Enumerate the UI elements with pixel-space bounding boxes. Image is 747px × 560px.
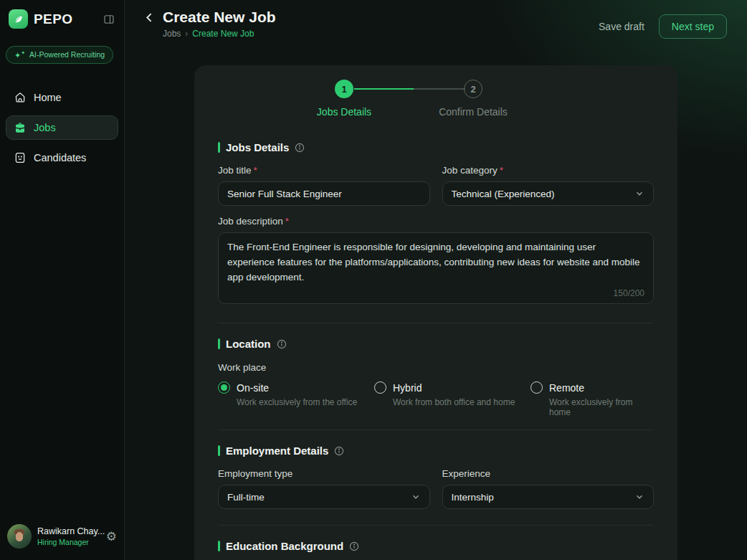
employment-type-value: Full-time	[227, 492, 265, 503]
candidates-icon	[14, 151, 27, 164]
sidebar-item-jobs[interactable]: Jobs	[6, 115, 118, 140]
job-description-label: Job description*	[218, 216, 654, 227]
section-divider	[218, 323, 654, 323]
radio-description: Work from both office and home	[393, 397, 530, 407]
section-employment-details: Employment Details	[218, 445, 654, 457]
job-title-category-row: Job title* Job category* Technical (Expe…	[218, 165, 654, 206]
step-number: 1	[335, 80, 353, 98]
section-accent-bar	[218, 445, 220, 456]
required-mark: *	[500, 165, 503, 176]
section-title: Location	[226, 338, 271, 350]
section-accent-bar	[218, 142, 220, 153]
chevron-down-icon	[634, 189, 644, 199]
required-mark: *	[254, 165, 257, 176]
step-jobs-details[interactable]: 1 Jobs Details	[294, 80, 394, 118]
radio-label: Remote	[549, 382, 584, 394]
section-education-background: Education Background	[218, 540, 654, 552]
logo-text: PEPO	[34, 11, 72, 27]
section-accent-bar	[218, 338, 220, 349]
chevron-down-icon	[411, 492, 421, 502]
avatar	[7, 524, 32, 549]
job-description-wrap: The Front-End Engineer is responsible fo…	[218, 232, 654, 304]
sidebar-nav: Home Jobs Candidates	[0, 85, 124, 170]
employment-type-select[interactable]: Full-time	[218, 485, 430, 509]
section-title: Employment Details	[226, 445, 328, 457]
pepo-logo	[9, 9, 28, 29]
step-number: 2	[464, 80, 482, 98]
radio-label: Hybrid	[393, 382, 422, 394]
user-profile[interactable]: Rawikarn Chay... Hiring Manager ⚙	[0, 516, 124, 560]
job-category-label: Job category*	[442, 165, 655, 176]
info-icon[interactable]	[277, 339, 287, 349]
employment-row: Employment type Full-time Experience Int…	[218, 468, 654, 509]
stepper-line-complete	[354, 88, 414, 90]
info-icon[interactable]	[295, 143, 305, 153]
home-icon	[14, 91, 27, 104]
radio-option-hybrid[interactable]: Hybrid Work from both office and home	[374, 381, 530, 417]
briefcase-icon	[14, 121, 27, 134]
radio-description: Work exclusively from home	[549, 397, 654, 417]
char-count: 150/200	[614, 288, 644, 298]
info-icon[interactable]	[349, 541, 359, 551]
ai-badge-label: AI-Powered Recruiting	[29, 50, 105, 59]
breadcrumb-separator: ›	[185, 29, 188, 39]
employment-type-label: Employment type	[218, 468, 430, 479]
logo-row: PEPO	[0, 0, 124, 29]
job-description-textarea[interactable]: The Front-End Engineer is responsible fo…	[219, 233, 653, 303]
ai-badge: ✦✦ AI-Powered Recruiting	[6, 46, 113, 64]
next-step-button[interactable]: Next step	[659, 14, 727, 39]
user-role: Hiring Manager	[37, 538, 100, 546]
app-window: PEPO ✦✦ AI-Powered Recruiting Home	[0, 0, 747, 560]
step-label: Confirm Details	[439, 106, 508, 118]
required-mark: *	[285, 216, 289, 227]
job-category-select[interactable]: Technical (Experienced)	[442, 181, 655, 206]
user-name: Rawikarn Chay...	[37, 526, 100, 536]
work-place-label: Work place	[218, 362, 654, 373]
user-meta: Rawikarn Chay... Hiring Manager	[37, 526, 100, 546]
chevron-down-icon	[634, 492, 644, 502]
section-title: Education Background	[226, 540, 343, 552]
gear-icon[interactable]: ⚙	[106, 531, 117, 543]
sidebar-item-label: Home	[34, 92, 62, 103]
radio-label: On-site	[237, 382, 269, 394]
job-category-value: Technical (Experienced)	[452, 189, 555, 199]
topbar: Create New Job Jobs › Create New Job Sav…	[125, 0, 747, 53]
job-description-field: Job description* The Front-End Engineer …	[218, 216, 654, 304]
leaf-icon	[13, 14, 24, 25]
stepper: 1 Jobs Details 2 Confirm Details	[218, 80, 654, 124]
experience-select[interactable]: Internship	[442, 485, 655, 509]
radio-option-remote[interactable]: Remote Work exclusively from home	[530, 381, 654, 417]
job-title-label: Job title*	[218, 165, 430, 176]
section-location: Location	[218, 338, 654, 350]
section-jobs-details: Jobs Details	[218, 141, 654, 153]
page-title: Create New Job	[163, 9, 276, 26]
topbar-actions: Save draft Next step	[599, 14, 727, 39]
sidebar-collapse-icon[interactable]	[103, 13, 115, 26]
sidebar-item-candidates[interactable]: Candidates	[6, 146, 118, 170]
radio-option-onsite[interactable]: On-site Work exclusively from the office	[218, 381, 374, 417]
radio-description: Work exclusively from the office	[237, 397, 374, 407]
chevron-left-icon	[143, 11, 156, 24]
section-accent-bar	[218, 541, 220, 551]
breadcrumb: Jobs › Create New Job	[163, 29, 276, 39]
section-divider	[218, 430, 654, 430]
experience-label: Experience	[442, 468, 655, 479]
step-confirm-details[interactable]: 2 Confirm Details	[423, 80, 523, 118]
sidebar-item-label: Jobs	[34, 122, 56, 133]
radio-selected[interactable]	[218, 381, 230, 394]
title-block: Create New Job Jobs › Create New Job	[163, 9, 276, 39]
breadcrumb-jobs[interactable]: Jobs	[163, 29, 181, 39]
work-place-options: On-site Work exclusively from the office…	[218, 381, 654, 417]
back-button[interactable]	[143, 11, 156, 24]
experience-value: Internship	[452, 492, 494, 503]
step-label: Jobs Details	[317, 106, 371, 118]
sparkles-icon: ✦✦	[14, 50, 25, 60]
info-icon[interactable]	[334, 446, 344, 456]
job-title-input[interactable]	[218, 181, 430, 206]
section-divider	[218, 525, 654, 526]
save-draft-button[interactable]: Save draft	[599, 21, 644, 32]
radio-unselected[interactable]	[530, 381, 543, 394]
radio-unselected[interactable]	[374, 381, 386, 394]
sidebar-item-home[interactable]: Home	[6, 85, 118, 110]
form-card: 1 Jobs Details 2 Confirm Details Jobs De…	[194, 65, 677, 560]
